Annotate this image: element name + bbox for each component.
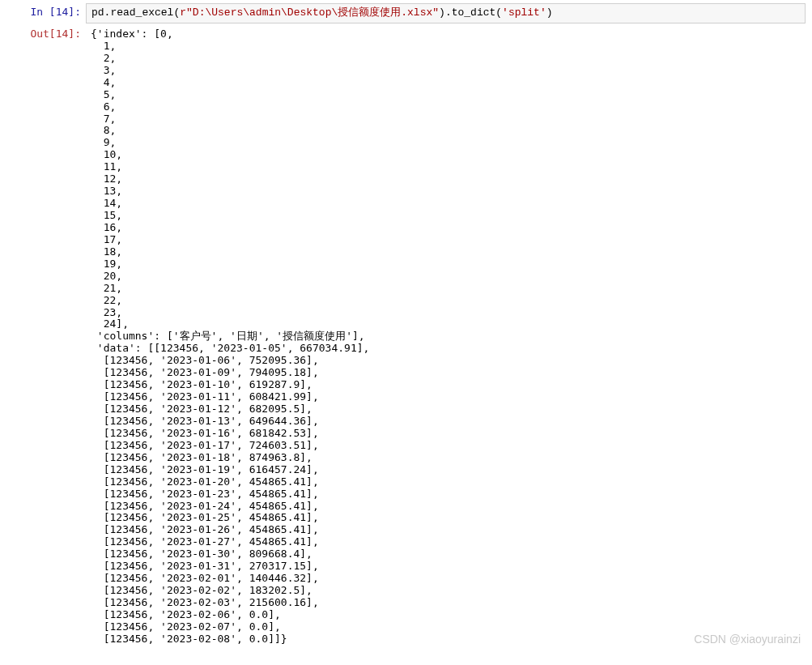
output-text: {'index': [0, 1, 2, 3, 4, 5, 6, 7, 8, 9,… bbox=[86, 25, 806, 649]
input-cell: In [14]: pd.read_excel(r"D:\Users\admin\… bbox=[6, 3, 806, 23]
code-path: "D:\Users\admin\Desktop\授信额度使用.xlsx" bbox=[186, 6, 439, 19]
code-arg: 'split' bbox=[502, 6, 546, 19]
code-input[interactable]: pd.read_excel(r"D:\Users\admin\Desktop\授… bbox=[86, 3, 806, 23]
code-suffix: ) bbox=[546, 6, 553, 19]
code-mid: ).to_dict( bbox=[439, 6, 502, 19]
output-cell: Out[14]: {'index': [0, 1, 2, 3, 4, 5, 6,… bbox=[6, 25, 806, 649]
out-prompt: Out[14]: bbox=[6, 25, 86, 40]
code-raw-prefix: r bbox=[180, 6, 186, 19]
in-prompt: In [14]: bbox=[6, 3, 86, 19]
code-prefix: pd.read_excel( bbox=[91, 6, 180, 19]
